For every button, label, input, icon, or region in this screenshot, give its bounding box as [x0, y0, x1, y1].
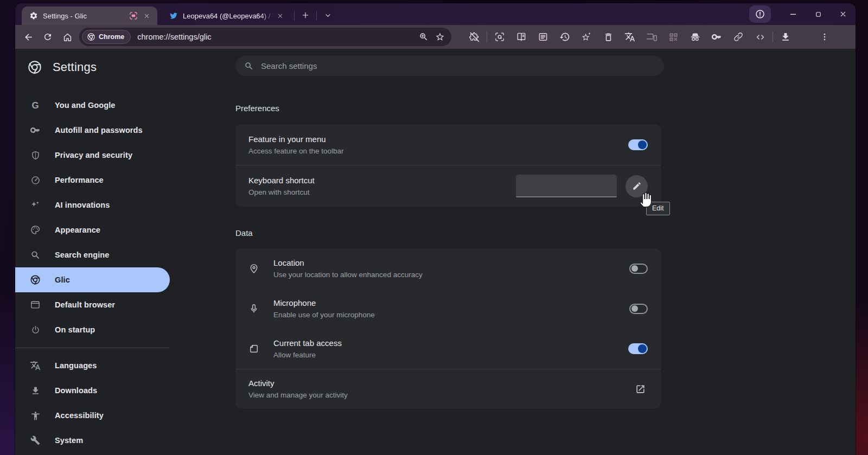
sidebar-item-default-browser[interactable]: Default browser — [15, 292, 235, 317]
section-heading-preferences: Preferences — [235, 104, 856, 113]
mouse-cursor — [639, 190, 655, 208]
dev-code-icon[interactable] — [749, 26, 771, 48]
screen-capture-icon[interactable] — [489, 26, 510, 48]
location-row: Location Use your location to allow enha… — [235, 248, 661, 289]
sidebar-item-glic[interactable]: Glic — [15, 267, 170, 292]
toggle-knob — [638, 344, 647, 353]
copy-link-icon[interactable] — [727, 26, 749, 48]
divider — [294, 11, 295, 21]
settings-main-panel: Search settings Preferences Feature in y… — [235, 49, 856, 455]
preferences-card: Feature in your menu Access feature on t… — [235, 124, 661, 207]
external-link-icon[interactable] — [633, 381, 648, 396]
tab-close-button[interactable] — [141, 10, 152, 21]
microphone-toggle[interactable] — [629, 304, 648, 314]
divider — [773, 31, 773, 42]
bookmark-all-icon[interactable] — [576, 26, 597, 48]
shortcut-input[interactable] — [516, 175, 617, 197]
browser-window-icon — [30, 299, 41, 310]
activity-row[interactable]: Activity View and manage your activity — [235, 369, 661, 408]
sidebar-divider — [15, 348, 170, 348]
qr-code-icon[interactable] — [662, 26, 684, 48]
browser-menu-icon[interactable] — [814, 26, 835, 48]
sidebar-item-downloads[interactable]: Downloads — [15, 378, 235, 403]
history-icon[interactable] — [554, 26, 576, 48]
site-chip-label: Chrome — [99, 33, 124, 41]
minimize-button[interactable] — [781, 4, 806, 24]
passwords-key-icon[interactable] — [706, 26, 727, 48]
chrome-settings-logo-icon — [27, 60, 42, 75]
gear-icon — [29, 11, 38, 20]
site-chip[interactable]: Chrome — [82, 30, 131, 44]
extensions-disabled-icon[interactable] — [463, 26, 485, 48]
glic-logo-icon — [30, 274, 41, 285]
bookmark-star-icon[interactable] — [432, 29, 448, 45]
url-text[interactable]: chrome://settings/glic — [137, 33, 416, 41]
sidebar-item-performance[interactable]: Performance — [15, 168, 235, 193]
close-window-button[interactable] — [831, 4, 856, 24]
back-button[interactable] — [18, 27, 38, 47]
google-g-icon: G — [30, 100, 41, 111]
toolbar-extensions-area — [463, 26, 835, 48]
page-title: Settings — [53, 60, 97, 74]
microphone-icon — [248, 303, 259, 314]
toggle-knob — [631, 305, 638, 312]
zoom-icon[interactable] — [416, 29, 432, 45]
translate-icon — [30, 360, 41, 371]
location-toggle[interactable] — [629, 264, 648, 274]
maximize-button[interactable] — [806, 4, 831, 24]
tab-page-icon — [248, 343, 259, 354]
row-subtitle: Open with shortcut — [248, 188, 516, 196]
row-title: Keyboard shortcut — [248, 176, 516, 185]
sidebar-item-autofill[interactable]: Autofill and passwords — [15, 118, 235, 143]
sidebar-item-ai-innovations[interactable]: AI innovations — [15, 193, 235, 217]
sidebar-item-search-engine[interactable]: Search engine — [15, 242, 235, 267]
devices-icon[interactable] — [641, 26, 662, 48]
divider — [316, 11, 317, 21]
current-tab-toggle[interactable] — [628, 343, 648, 354]
row-title: Activity — [248, 379, 633, 388]
new-tab-button[interactable] — [298, 8, 313, 23]
location-pin-icon — [248, 263, 259, 274]
section-heading-data: Data — [235, 228, 856, 238]
sidebar-item-appearance[interactable]: Appearance — [15, 217, 235, 242]
home-button[interactable] — [58, 27, 77, 47]
row-subtitle: View and manage your activity — [248, 391, 633, 399]
sidebar-item-on-startup[interactable]: On startup — [15, 317, 235, 342]
reading-list-icon[interactable] — [532, 26, 554, 48]
current-tab-row: Current tab access Allow feature — [235, 329, 661, 369]
search-settings-input[interactable]: Search settings — [235, 56, 664, 76]
sparkle-icon — [30, 200, 41, 210]
sidebar-item-accessibility[interactable]: Accessibility — [15, 403, 235, 428]
translate-icon[interactable] — [619, 26, 641, 48]
key-icon — [30, 125, 41, 136]
sidebar-item-privacy[interactable]: Privacy and security — [15, 143, 235, 168]
sidebar-item-languages[interactable]: Languages — [15, 353, 235, 378]
browser-toolbar: Chrome chrome://settings/glic — [15, 25, 856, 49]
row-title: Location — [273, 258, 629, 267]
delete-icon[interactable] — [597, 26, 619, 48]
tab-strip: Settings - Glic Leopeva64 (@Leopeva64) /… — [15, 3, 856, 25]
accessibility-icon — [30, 410, 41, 421]
alert-button[interactable] — [749, 5, 771, 23]
row-subtitle: Allow feature — [273, 351, 628, 359]
keyboard-shortcut-row: Keyboard shortcut Open with shortcut — [235, 165, 661, 207]
address-bar[interactable]: Chrome chrome://settings/glic — [79, 28, 451, 46]
tab-list-chevron-button[interactable] — [320, 8, 335, 23]
feature-in-menu-toggle[interactable] — [628, 139, 648, 150]
downloads-icon[interactable] — [775, 26, 796, 48]
search-icon — [244, 61, 254, 71]
shield-icon — [30, 150, 41, 161]
sidebar-item-system[interactable]: System — [15, 428, 235, 453]
chrome-logo-icon — [87, 33, 95, 41]
tab-settings[interactable]: Settings - Glic — [22, 7, 157, 25]
tab-twitter[interactable]: Leopeva64 (@Leopeva64) / Twi — [162, 7, 291, 25]
incognito-icon[interactable] — [684, 26, 706, 48]
tab-close-button[interactable] — [275, 10, 285, 21]
speedometer-icon — [30, 175, 41, 185]
reload-button[interactable] — [38, 27, 58, 47]
reading-mode-icon[interactable] — [510, 26, 532, 48]
microphone-row: Microphone Enable use of your microphone — [235, 289, 661, 329]
wrench-icon — [30, 435, 41, 446]
download-icon — [30, 385, 41, 396]
sidebar-item-you-and-google[interactable]: G You and Google — [15, 93, 235, 118]
